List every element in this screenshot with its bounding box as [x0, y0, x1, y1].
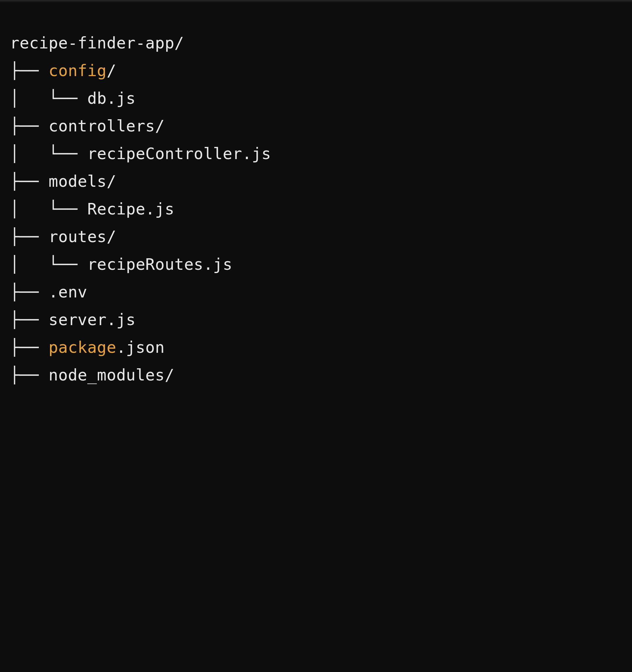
highlighted-file: package: [49, 338, 117, 356]
tree-root: recipe-finder-app/: [10, 33, 184, 52]
tree-line: │ └── db.js: [10, 89, 135, 107]
tree-line: │ └── recipeController.js: [10, 144, 271, 163]
tree-line: ├── node_modules/: [10, 366, 174, 384]
tree-line: │ └── recipeRoutes.js: [10, 255, 232, 273]
tree-line: ├── .env: [10, 283, 87, 301]
highlighted-dir: config: [49, 61, 107, 80]
tree-line: ├── package.json: [10, 338, 165, 356]
tree-line: ├── routes/: [10, 227, 116, 246]
directory-tree-output: recipe-finder-app/ ├── config/ │ └── db.…: [0, 3, 632, 408]
tree-line: ├── config/: [10, 61, 116, 80]
tree-line: ├── server.js: [10, 310, 135, 329]
tree-line: │ └── Recipe.js: [10, 200, 174, 218]
window-top-border: [0, 0, 632, 3]
tree-line: ├── controllers/: [10, 117, 165, 135]
tree-line: ├── models/: [10, 172, 116, 190]
